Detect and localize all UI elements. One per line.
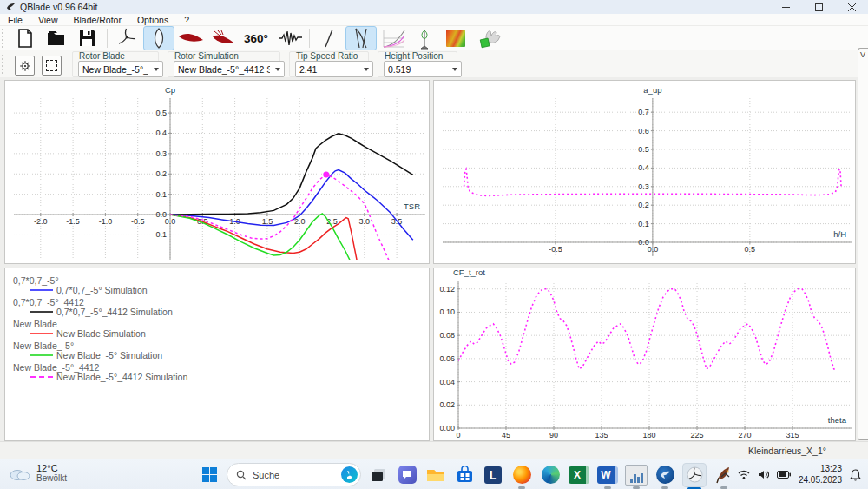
legend-entry[interactable]: 0,7*0,7_-5°_4412 0,7*0,7_-5°_4412 Simula… xyxy=(13,297,173,317)
vawt-rotor-simulation-button[interactable] xyxy=(345,26,377,50)
svg-text:0.4: 0.4 xyxy=(638,163,649,172)
svg-text:270: 270 xyxy=(739,431,752,439)
svg-text:0.5: 0.5 xyxy=(638,145,649,154)
l-app-icon: L xyxy=(484,466,502,484)
legend-line-sample xyxy=(30,311,53,313)
rotor-simulation-group: Rotor Simulation New Blade_-5°_4412 Simu… xyxy=(168,51,280,77)
polar-360-button[interactable]: 360° xyxy=(239,27,273,50)
minimize-button[interactable] xyxy=(769,0,802,14)
firefox-button[interactable] xyxy=(510,464,533,486)
status-bar: Kleindarrieus_X_1° xyxy=(0,441,868,459)
svg-text:-0.5: -0.5 xyxy=(549,245,562,254)
taskbar-clock[interactable]: 13:23 24.05.2023 xyxy=(799,464,842,486)
weather-widget[interactable]: 12°CBewölkt xyxy=(9,463,67,483)
chat-teams-button[interactable] xyxy=(396,464,418,486)
start-button[interactable] xyxy=(198,464,220,486)
chevron-down-icon xyxy=(364,68,369,71)
rotor-simulation-select[interactable]: New Blade_-5°_4412 Simulation xyxy=(174,61,285,77)
file-explorer-button[interactable] xyxy=(424,464,447,486)
thunderbird-button[interactable] xyxy=(654,464,676,486)
new-project-button[interactable] xyxy=(10,27,40,50)
noise-simulation-button[interactable] xyxy=(275,27,305,50)
characteristic-curves-button[interactable] xyxy=(378,27,408,50)
save-project-button[interactable] xyxy=(73,27,102,50)
firefox-icon xyxy=(513,466,531,484)
lab-app-button[interactable]: L xyxy=(482,464,504,486)
menu-view[interactable]: View xyxy=(30,15,66,25)
cft-graph-panel[interactable]: 045901351802252703150.000.020.040.060.08… xyxy=(433,268,856,441)
open-project-button[interactable] xyxy=(42,27,71,50)
height-position-select[interactable]: 0.519 xyxy=(384,61,462,77)
excel-button[interactable]: X xyxy=(568,464,590,486)
wifi-icon[interactable] xyxy=(738,470,750,479)
word-button[interactable]: W xyxy=(596,464,619,486)
title-bar: QBlade v0.96 64bit xyxy=(0,0,868,14)
menu-options[interactable]: Options xyxy=(129,15,176,25)
qblade-taskbar-button[interactable] xyxy=(682,463,707,487)
menu-help[interactable]: ? xyxy=(176,15,197,25)
svg-text:0: 0 xyxy=(456,431,460,439)
aup-graph-panel[interactable]: -0.50.00.50.00.10.20.30.40.50.60.7a_uph/… xyxy=(433,80,856,264)
task-view-button[interactable] xyxy=(367,464,390,486)
svg-text:0.12: 0.12 xyxy=(439,285,455,294)
tray-expand-chevron[interactable] xyxy=(720,472,730,479)
simulation-colormap-button[interactable] xyxy=(441,27,470,50)
airfoil-design-button[interactable] xyxy=(176,27,206,50)
legend-entry[interactable]: New Blade_-5° New Blade_-5° Simulation xyxy=(13,340,162,360)
cp-tsr-chart[interactable]: -2.0-1.5-1.0-0.50.00.51.01.52.02.53.03.5… xyxy=(5,81,429,263)
selection-box-button[interactable] xyxy=(42,56,62,76)
search-input[interactable]: Suche xyxy=(227,463,361,486)
legend-entry[interactable]: 0,7*0,7_-5° 0,7*0,7_-5° Simulation xyxy=(13,275,148,295)
svg-text:h/H: h/H xyxy=(833,229,846,239)
airfoil-analysis-button[interactable] xyxy=(207,27,237,50)
battery-icon[interactable] xyxy=(777,471,791,479)
svg-text:0.02: 0.02 xyxy=(439,400,455,409)
hawt-rotor-button[interactable] xyxy=(112,27,141,50)
legend-line-sample xyxy=(30,289,53,291)
svg-text:225: 225 xyxy=(691,431,704,439)
project-name: Kleindarrieus_X_1° xyxy=(748,446,826,456)
rotor-blade-select[interactable]: New Blade_-5°_4412 xyxy=(78,61,163,77)
toolbar-drag-handle[interactable] xyxy=(2,29,7,48)
gear-icon xyxy=(19,60,31,72)
menu-file[interactable]: File xyxy=(0,15,30,25)
weather-condition: Bewölkt xyxy=(36,473,67,483)
collapsed-dock-panel[interactable]: V xyxy=(858,48,868,440)
turbine-simulation-button[interactable] xyxy=(410,27,439,50)
microsoft-store-button[interactable] xyxy=(453,464,476,486)
close-button[interactable] xyxy=(835,0,868,14)
hand-tool-button[interactable] xyxy=(472,27,505,50)
vawt-blade-design-button[interactable] xyxy=(143,26,174,50)
legend-entry[interactable]: New Blade New Blade Simulation xyxy=(13,319,146,339)
view-settings-button[interactable] xyxy=(15,56,35,76)
edge-button[interactable] xyxy=(539,464,562,486)
qblade-window: QBlade v0.96 64bit File View Blade/Rotor… xyxy=(0,0,868,489)
a-up-chart[interactable]: -0.50.00.50.00.10.20.30.40.50.60.7a_uph/… xyxy=(434,81,855,263)
cp-tsr-graph-panel[interactable]: -2.0-1.5-1.0-0.50.00.51.01.52.02.53.03.5… xyxy=(4,80,430,264)
svg-text:180: 180 xyxy=(643,431,656,439)
legend-line-sample xyxy=(30,376,53,378)
maximize-button[interactable] xyxy=(802,0,835,14)
legend-entry[interactable]: New Blade_-5°_4412 New Blade_-5°_4412 Si… xyxy=(13,362,187,382)
svg-text:-1.5: -1.5 xyxy=(66,217,80,226)
chat-icon xyxy=(398,466,417,484)
histogram-app-icon xyxy=(625,465,648,486)
chevron-down-icon xyxy=(452,68,457,71)
controls-toolbar: Rotor Blade New Blade_-5°_4412 Rotor Sim… xyxy=(0,50,868,78)
svg-text:0.6: 0.6 xyxy=(638,127,649,135)
tip-speed-ratio-select[interactable]: 2.41 xyxy=(295,61,373,77)
blade-line-button[interactable] xyxy=(314,27,344,50)
menu-blade-rotor[interactable]: Blade/Rotor xyxy=(66,15,129,25)
store-icon xyxy=(457,466,473,483)
svg-text:a_up: a_up xyxy=(643,85,661,95)
search-placeholder: Suche xyxy=(253,470,335,480)
clock-date: 24.05.2023 xyxy=(799,475,842,486)
notification-bell-icon[interactable] xyxy=(850,469,861,481)
svg-text:-0.1: -0.1 xyxy=(153,230,167,239)
menu-bar: File View Blade/Rotor Options ? xyxy=(0,14,868,26)
volume-icon[interactable] xyxy=(758,470,769,479)
toolbar-drag-handle[interactable] xyxy=(2,55,7,74)
cf-t-rot-chart[interactable]: 045901351802252703150.000.020.040.060.08… xyxy=(434,268,855,440)
plot-app-button[interactable] xyxy=(625,464,648,486)
svg-text:0.10: 0.10 xyxy=(439,307,455,316)
